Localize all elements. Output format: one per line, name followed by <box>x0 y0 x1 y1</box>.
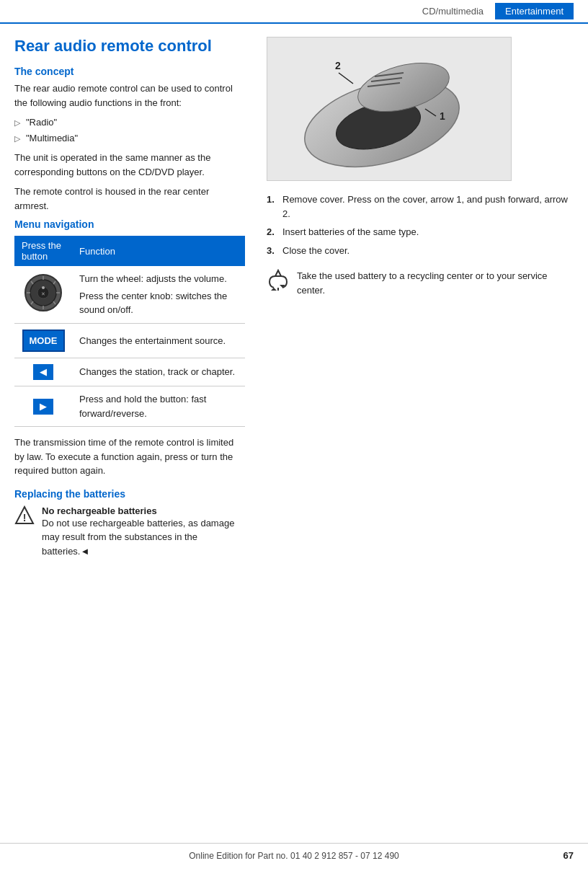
table-cell-function: Changes the station, track or chapter. <box>72 358 245 386</box>
table-cell-button: ✕ <box>14 266 72 323</box>
step-text: Insert batteries of the same type. <box>282 225 419 239</box>
menu-nav-heading: Menu navigation <box>14 218 245 230</box>
table-row: ◀ Changes the station, track or chapter. <box>14 358 245 386</box>
warning-body-content: Do not use rechargeable batteries, as da… <box>42 518 234 557</box>
svg-point-11 <box>42 286 45 289</box>
concept-bullet-list: ▷ "Radio" ▷ "Multimedia" <box>14 115 245 145</box>
svg-marker-27 <box>271 288 277 291</box>
recycle-box: Take the used battery to a recycling cen… <box>267 269 574 297</box>
table-row: ▶ Press and hold the button: fast forwar… <box>14 386 245 427</box>
knob-icon: ✕ <box>24 273 63 312</box>
table-header-function: Function <box>72 236 245 266</box>
right-column: 1 2 1. Remove cover. Press on the cover,… <box>259 37 574 564</box>
bullet-arrow-icon: ▷ <box>14 117 20 129</box>
recycle-text: Take the used battery to a recycling cen… <box>297 269 574 297</box>
left-column: Rear audio remote control The concept Th… <box>14 37 245 564</box>
list-item: ▷ "Multimedia" <box>14 131 245 146</box>
step-number: 3. <box>267 244 278 258</box>
page-footer: Online Edition for Part no. 01 40 2 912 … <box>0 843 588 871</box>
svg-text:!: ! <box>23 512 27 523</box>
table-cell-button: ◀ <box>14 358 72 386</box>
header-entertainment-tab: Entertainment <box>495 3 574 19</box>
svg-text:1: 1 <box>440 110 445 122</box>
warning-box: ! No rechargeable batteries Do not use r… <box>14 505 245 559</box>
concept-para3: The remote control is housed in the rear… <box>14 185 245 213</box>
function-text: Changes the entertainment source. <box>79 334 238 348</box>
table-cell-function: Turn the wheel: adjusts the volume. Pres… <box>72 266 245 323</box>
step-text: Close the cover. <box>282 244 349 258</box>
transmission-note: The transmission time of the remote cont… <box>14 436 245 478</box>
device-image: 1 2 <box>267 37 512 181</box>
table-cell-function: Changes the entertainment source. <box>72 323 245 358</box>
navigation-table: Press the button Function <box>14 236 245 427</box>
concept-para2: The unit is operated in the same manner … <box>14 151 245 179</box>
function-text: Press and hold the button: fast forward/… <box>79 392 238 420</box>
warning-body-text: Do not use rechargeable batteries, as da… <box>42 516 245 559</box>
mode-button-icon: MODE <box>22 330 65 353</box>
page-title: Rear audio remote control <box>14 37 245 56</box>
table-header-button: Press the button <box>14 236 72 266</box>
back-arrow-icon: ◀ <box>33 364 53 380</box>
svg-text:2: 2 <box>335 60 341 71</box>
bullet-text: "Radio" <box>26 115 57 130</box>
step-number: 1. <box>267 193 278 221</box>
list-item: ▷ "Radio" <box>14 115 245 130</box>
concept-heading: The concept <box>14 66 245 77</box>
warning-title: No rechargeable batteries <box>42 505 245 516</box>
svg-marker-25 <box>275 270 281 276</box>
list-item: 2. Insert batteries of the same type. <box>267 225 574 239</box>
bullet-text: "Multimedia" <box>26 131 78 146</box>
function-text-2: Press the center knob: switches the soun… <box>79 289 238 317</box>
warning-end-mark: ◄ <box>80 546 89 557</box>
table-row: ✕ Turn the wheel: adjusts the volume. Pr… <box>14 266 245 323</box>
concept-para1: The rear audio remote control can be use… <box>14 81 245 110</box>
table-cell-button: MODE <box>14 323 72 358</box>
function-text: Changes the station, track or chapter. <box>79 365 238 379</box>
svg-line-21 <box>339 73 353 84</box>
numbered-steps-list: 1. Remove cover. Press on the cover, arr… <box>267 193 574 257</box>
page-header: CD/multimedia Entertainment <box>0 0 588 24</box>
device-svg: 1 2 <box>281 40 497 177</box>
forward-arrow-icon: ▶ <box>33 399 53 415</box>
table-row: MODE Changes the entertainment source. <box>14 323 245 358</box>
table-cell-button: ▶ <box>14 386 72 427</box>
footer-text: Online Edition for Part no. 01 40 2 912 … <box>189 851 399 861</box>
list-item: 3. Close the cover. <box>267 244 574 258</box>
bullet-arrow-icon: ▷ <box>14 133 20 145</box>
warning-triangle-icon: ! <box>14 505 35 526</box>
warning-content: No rechargeable batteries Do not use rec… <box>42 505 245 559</box>
function-text-1: Turn the wheel: adjusts the volume. <box>79 272 238 286</box>
list-item: 1. Remove cover. Press on the cover, arr… <box>267 193 574 221</box>
table-cell-function: Press and hold the button: fast forward/… <box>72 386 245 427</box>
step-text: Remove cover. Press on the cover, arrow … <box>282 193 574 221</box>
page-number: 67 <box>564 850 574 861</box>
main-content: Rear audio remote control The concept Th… <box>0 24 588 564</box>
replacing-batteries-heading: Replacing the batteries <box>14 488 245 500</box>
svg-text:✕: ✕ <box>41 291 45 296</box>
recycle-icon <box>267 269 290 292</box>
step-number: 2. <box>267 225 278 239</box>
header-cd-tab: CD/multimedia <box>422 6 484 17</box>
